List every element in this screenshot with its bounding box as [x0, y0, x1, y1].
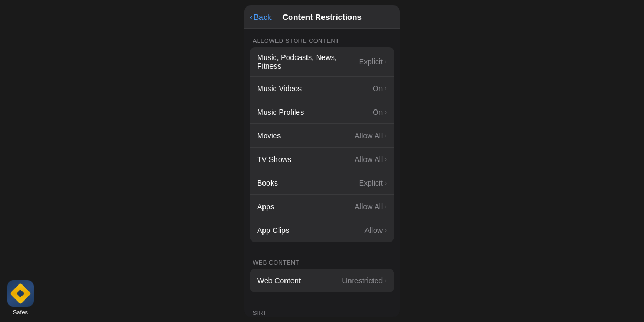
item-value: Allow All [355, 131, 383, 140]
item-label: Movies [257, 131, 281, 140]
chevron-right-icon: › [385, 132, 387, 140]
section-items-allowed-store-content: Music, Podcasts, News, FitnessExplicit›M… [250, 47, 394, 242]
item-label: Music Profiles [257, 108, 304, 116]
item-label: Web Content [257, 276, 301, 285]
content-area: ALLOWED STORE CONTENTMusic, Podcasts, Ne… [244, 29, 400, 317]
chevron-right-icon: › [385, 226, 387, 234]
section-header-web-content: WEB CONTENT [244, 251, 400, 269]
chevron-right-icon: › [385, 156, 387, 163]
list-item[interactable]: App ClipsAllow› [250, 218, 394, 242]
list-item[interactable]: Music, Podcasts, News, FitnessExplicit› [250, 47, 394, 77]
item-value: Unrestricted [342, 276, 383, 285]
section-header-allowed-store-content: ALLOWED STORE CONTENT [244, 29, 400, 47]
chevron-right-icon: › [385, 58, 387, 65]
list-item[interactable]: BooksExplicit› [250, 171, 394, 195]
list-item[interactable]: TV ShowsAllow All› [250, 148, 394, 171]
item-label: Apps [257, 202, 274, 211]
section-siri: SIRIWeb Search ContentAllow›Explicit Lan… [244, 301, 400, 317]
item-label: App Clips [257, 226, 289, 235]
list-item[interactable]: AppsAllow All› [250, 195, 394, 218]
section-items-web-content: Web ContentUnrestricted› [250, 269, 394, 292]
safes-app-label: Safes [13, 309, 28, 316]
back-button[interactable]: ‹ Back [250, 12, 272, 22]
item-right: Explicit› [359, 179, 387, 187]
item-label: Books [257, 179, 278, 187]
safes-diamond-shape [10, 283, 31, 304]
chevron-right-icon: › [385, 108, 387, 116]
item-right: Allow All› [355, 131, 387, 140]
item-label: TV Shows [257, 155, 291, 164]
section-header-siri: SIRI [244, 301, 400, 317]
back-label: Back [253, 12, 271, 21]
item-right: Explicit› [359, 57, 387, 66]
item-right: On› [372, 84, 387, 93]
item-value: On [372, 108, 383, 116]
item-right: Allow› [365, 226, 387, 235]
item-value: Allow All [355, 202, 383, 211]
chevron-right-icon: › [385, 179, 387, 187]
screen-background: ‹ Back Content Restrictions ALLOWED STOR… [0, 0, 644, 322]
chevron-right-icon: › [385, 85, 387, 92]
section-web-content: WEB CONTENTWeb ContentUnrestricted› [244, 251, 400, 292]
safes-app-icon[interactable]: Safes [5, 280, 35, 317]
list-item[interactable]: Music ProfilesOn› [250, 100, 394, 124]
chevron-right-icon: › [385, 277, 387, 284]
item-right: Allow All› [355, 202, 387, 211]
page-title: Content Restrictions [282, 12, 362, 21]
back-chevron-icon: ‹ [250, 12, 252, 22]
item-value: Allow [365, 226, 383, 235]
item-value: Explicit [359, 57, 383, 66]
item-right: Allow All› [355, 155, 387, 164]
item-label: Music, Podcasts, News, Fitness [257, 53, 359, 70]
list-item[interactable]: MoviesAllow All› [250, 124, 394, 148]
panel-header: ‹ Back Content Restrictions [244, 5, 400, 29]
list-item[interactable]: Web ContentUnrestricted› [250, 269, 394, 292]
settings-panel: ‹ Back Content Restrictions ALLOWED STOR… [244, 5, 400, 317]
item-label: Music Videos [257, 84, 302, 93]
item-right: Unrestricted› [342, 276, 387, 285]
section-allowed-store-content: ALLOWED STORE CONTENTMusic, Podcasts, Ne… [244, 29, 400, 242]
item-value: On [372, 84, 383, 93]
safes-icon-image [7, 280, 34, 307]
list-item[interactable]: Music VideosOn› [250, 77, 394, 100]
chevron-right-icon: › [385, 203, 387, 210]
item-value: Allow All [355, 155, 383, 164]
item-value: Explicit [359, 179, 383, 187]
item-right: On› [372, 108, 387, 116]
safes-diamond-inner [17, 290, 24, 297]
